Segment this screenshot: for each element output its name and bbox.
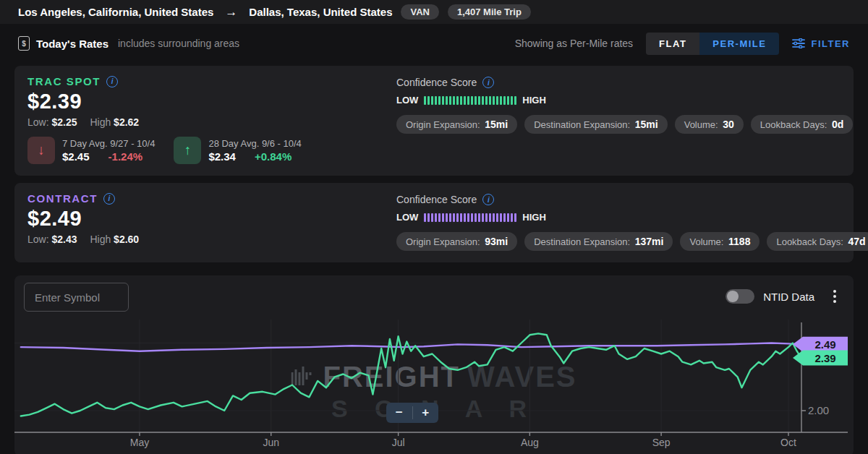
confidence-bar — [514, 213, 516, 222]
contract-card-title: CONTRACT — [27, 192, 98, 205]
kebab-menu-icon[interactable] — [829, 288, 841, 304]
spot-price: $2.39 — [27, 90, 302, 113]
twentyeight-day-avg-pct: +0.84% — [255, 150, 292, 163]
rate-history-panel: NTID Data FREIGHTWAVES S O N A R MayJunJ… — [14, 275, 854, 454]
confidence-bar — [500, 96, 502, 105]
svg-text:2.39: 2.39 — [814, 352, 835, 364]
confidence-bar — [496, 213, 498, 222]
metric-chip: Origin Expansion: 93mi — [396, 232, 517, 251]
metric-chip: Destination Expansion: 137mi — [524, 232, 673, 251]
metric-chip: Lookback Days: 0d — [751, 115, 853, 134]
seven-day-avg-label: 7 Day Avg. 9/27 - 10/4 — [62, 138, 155, 149]
spot-card-title: TRAC SPOT — [27, 75, 101, 87]
seven-day-avg-pct: -1.24% — [109, 150, 143, 163]
confidence-bar — [467, 213, 469, 222]
confidence-bar — [503, 213, 506, 222]
spot-confidence-label: Confidence Score — [396, 77, 477, 88]
seven-day-avg: ↓ 7 Day Avg. 9/27 - 10/4 $2.45-1.24% — [27, 137, 155, 164]
confidence-bar — [489, 213, 491, 222]
svg-text:Jun: Jun — [263, 437, 279, 448]
confidence-bar — [507, 96, 509, 105]
contract-price: $2.49 — [27, 207, 149, 231]
confidence-high-label: HIGH — [522, 95, 546, 106]
contract-confidence-meter: LOW HIGH — [396, 212, 868, 223]
svg-text:2.49: 2.49 — [814, 338, 835, 351]
confidence-bar — [485, 213, 488, 222]
confidence-bar — [438, 213, 441, 222]
down-arrow-icon: ↓ — [27, 137, 55, 164]
confidence-bar — [446, 96, 448, 105]
zoom-in-button[interactable]: + — [413, 403, 439, 423]
confidence-bar — [478, 96, 480, 105]
svg-text:Oct: Oct — [780, 437, 796, 448]
showing-as-label: Showing as Per-Mile rates — [515, 38, 633, 49]
confidence-bar — [456, 96, 459, 105]
rates-subtitle: includes surrounding areas — [118, 38, 239, 49]
svg-text:Jul: Jul — [392, 437, 405, 448]
confidence-bar — [449, 213, 451, 222]
confidence-bar — [489, 96, 491, 105]
toggle-knob — [727, 291, 739, 302]
contract-low-high: Low: $2.43 High $2.60 — [27, 234, 149, 245]
ntid-data-toggle[interactable] — [726, 289, 754, 304]
confidence-bar — [511, 213, 513, 222]
contract-confidence-label: Confidence Score — [396, 194, 477, 205]
seven-day-avg-value: $2.45 — [62, 150, 90, 163]
twentyeight-day-avg-label: 28 Day Avg. 9/6 - 10/4 — [208, 138, 301, 149]
spot-confidence-info-icon[interactable]: i — [482, 77, 494, 88]
confidence-bar — [424, 213, 426, 222]
confidence-low-label: LOW — [396, 212, 418, 223]
confidence-bar — [511, 96, 513, 105]
per-mile-tab[interactable]: PER-MILE — [699, 33, 779, 55]
svg-text:May: May — [130, 437, 149, 448]
twentyeight-day-avg-value: $2.34 — [208, 150, 236, 163]
chart-zoom-control: − + — [386, 403, 438, 423]
confidence-bar — [475, 213, 477, 222]
confidence-bar — [435, 213, 437, 222]
metric-chip: Volume: 30 — [675, 115, 744, 134]
confidence-bar — [464, 96, 466, 105]
svg-text:Sep: Sep — [652, 437, 671, 448]
confidence-bar — [493, 96, 495, 105]
spot-metric-chips: Origin Expansion: 15miDestination Expans… — [396, 115, 853, 134]
confidence-bar — [464, 213, 466, 222]
spot-low-high: Low: $2.25 High $2.62 — [27, 116, 302, 128]
symbol-search-input[interactable] — [24, 283, 129, 312]
route-bar: Los Angeles, California, United States →… — [0, 0, 868, 24]
contract-confidence-info-icon[interactable]: i — [482, 194, 494, 205]
spot-info-icon[interactable]: i — [106, 76, 118, 87]
dollar-document-icon: $ — [18, 36, 30, 51]
rates-title: Today's Rates — [36, 38, 109, 50]
zoom-out-button[interactable]: − — [386, 403, 412, 423]
confidence-bar — [493, 213, 495, 222]
confidence-low-label: LOW — [396, 95, 418, 106]
confidence-bar — [427, 96, 430, 105]
contract-card: CONTRACT i $2.49 Low: $2.43 High $2.60 C… — [14, 183, 854, 262]
equipment-badge: VAN — [401, 4, 438, 20]
rate-history-chart[interactable]: MayJunJulAugSepOct2.002.492.39 — [14, 315, 854, 453]
confidence-bar — [482, 213, 484, 222]
contract-info-icon[interactable]: i — [103, 193, 115, 205]
confidence-bar — [482, 96, 484, 105]
twentyeight-day-avg: ↑ 28 Day Avg. 9/6 - 10/4 $2.34+0.84% — [174, 137, 301, 164]
sliders-icon — [792, 38, 805, 48]
svg-text:2.00: 2.00 — [808, 404, 829, 416]
confidence-bar — [503, 96, 506, 105]
trac-spot-card: TRAC SPOT i $2.39 Low: $2.25 High $2.62 … — [14, 66, 854, 176]
confidence-bar — [475, 96, 477, 105]
confidence-bar — [514, 96, 516, 105]
rate-mode-segmented-control: FLAT PER-MILE — [646, 33, 779, 55]
metric-chip: Volume: 1188 — [680, 232, 760, 251]
confidence-bar — [460, 96, 462, 105]
confidence-bar — [456, 213, 459, 222]
confidence-bar — [424, 96, 426, 105]
metric-chip: Destination Expansion: 15mi — [524, 115, 668, 134]
flat-tab[interactable]: FLAT — [646, 33, 699, 55]
filter-button[interactable]: FILTER — [792, 38, 850, 49]
confidence-bar — [442, 213, 444, 222]
confidence-bar — [471, 96, 473, 105]
up-arrow-icon: ↑ — [174, 137, 201, 164]
confidence-bar — [500, 213, 502, 222]
confidence-bar — [435, 96, 437, 105]
confidence-bar — [478, 213, 480, 222]
